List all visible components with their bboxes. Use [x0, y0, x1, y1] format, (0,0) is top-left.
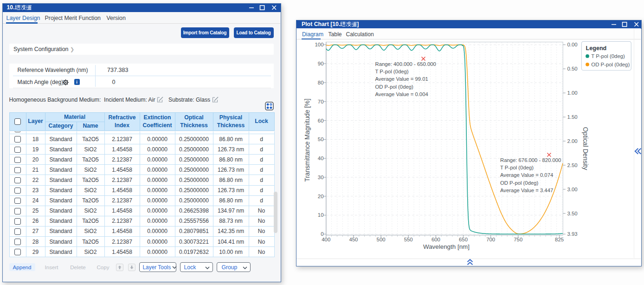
svg-text:2.50: 2.50 — [567, 162, 578, 168]
svg-text:1.50: 1.50 — [567, 114, 578, 120]
svg-text:600: 600 — [431, 237, 440, 242]
svg-text:T P-pol (0deg): T P-pol (0deg) — [500, 165, 534, 170]
svg-text:OD P-pol (0deg): OD P-pol (0deg) — [375, 84, 413, 90]
svg-text:Range: 400.000 - 650.000: Range: 400.000 - 650.000 — [375, 61, 436, 67]
svg-text:1.00: 1.00 — [567, 90, 578, 96]
svg-text:Transmittance Magnitude [%]: Transmittance Magnitude [%] — [304, 99, 311, 182]
svg-text:90: 90 — [318, 61, 324, 66]
svg-text:500: 500 — [377, 237, 386, 242]
svg-text:2.00: 2.00 — [567, 138, 578, 144]
svg-text:3.00: 3.00 — [567, 187, 578, 192]
svg-text:700: 700 — [486, 237, 495, 242]
svg-text:Average Value = 0.004: Average Value = 0.004 — [375, 91, 428, 97]
svg-text:20: 20 — [318, 194, 324, 199]
svg-text:400: 400 — [322, 237, 330, 242]
svg-text:60: 60 — [318, 118, 324, 123]
svg-text:Range: 676.000 - 820.000: Range: 676.000 - 820.000 — [500, 157, 561, 163]
svg-text:30: 30 — [318, 175, 324, 180]
svg-text:T P-pol (0deg): T P-pol (0deg) — [591, 53, 625, 59]
svg-text:OD P-pol (0deg): OD P-pol (0deg) — [500, 180, 538, 186]
svg-text:80: 80 — [318, 80, 324, 85]
svg-text:3.93: 3.93 — [567, 231, 578, 237]
svg-text:3.50: 3.50 — [567, 211, 578, 216]
svg-text:Average Value = 3.447: Average Value = 3.447 — [500, 188, 553, 193]
svg-text:0.50: 0.50 — [567, 66, 578, 71]
svg-text:750: 750 — [514, 237, 522, 242]
svg-text:550: 550 — [404, 237, 413, 242]
svg-text:Optical Density: Optical Density — [582, 127, 589, 170]
svg-text:450: 450 — [349, 237, 358, 242]
svg-text:T P-pol (0deg): T P-pol (0deg) — [375, 69, 409, 74]
svg-text:10: 10 — [318, 212, 324, 218]
svg-text:50: 50 — [318, 136, 324, 142]
svg-text:Average Value = 99.01: Average Value = 99.01 — [375, 76, 428, 82]
svg-text:Average Value = 0.074: Average Value = 0.074 — [500, 172, 553, 178]
svg-text:0: 0 — [321, 231, 323, 237]
svg-text:825: 825 — [555, 237, 564, 242]
svg-text:70: 70 — [318, 99, 324, 104]
svg-text:40: 40 — [318, 155, 324, 161]
svg-text:100: 100 — [315, 42, 323, 47]
svg-text:0.00: 0.00 — [567, 42, 578, 47]
svg-text:650: 650 — [459, 237, 468, 242]
svg-text:Legend: Legend — [586, 45, 607, 52]
svg-text:OD P-pol (0deg): OD P-pol (0deg) — [591, 62, 630, 67]
svg-text:Wavelength [nm]: Wavelength [nm] — [423, 243, 470, 250]
